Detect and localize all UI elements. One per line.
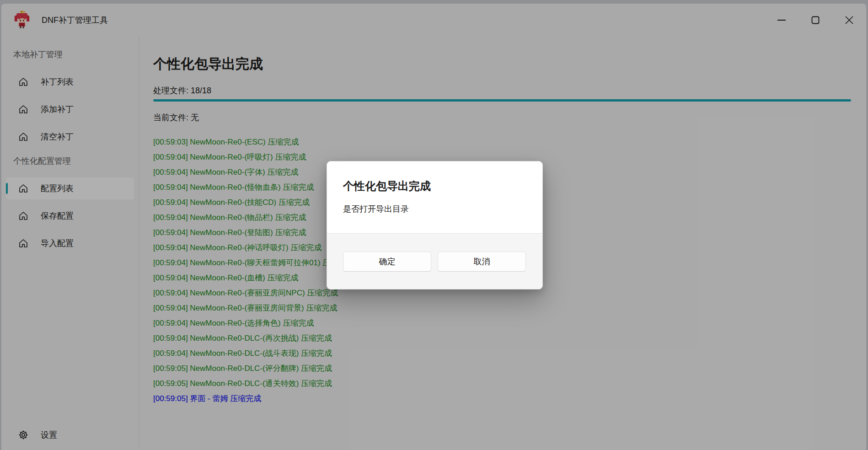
export-complete-dialog: 个性化包导出完成 是否打开导出目录 确定 取消 bbox=[327, 161, 543, 289]
ok-button[interactable]: 确定 bbox=[343, 252, 431, 272]
cancel-button[interactable]: 取消 bbox=[438, 252, 526, 272]
dialog-title: 个性化包导出完成 bbox=[343, 179, 526, 193]
dialog-footer: 确定 取消 bbox=[327, 233, 542, 289]
dialog-message: 是否打开导出目录 bbox=[343, 204, 526, 214]
app-window: DNF补丁管理工具 本地补丁管理 补丁列表 bbox=[1, 4, 866, 450]
desktop: DNF补丁管理工具 本地补丁管理 补丁列表 bbox=[0, 0, 868, 450]
